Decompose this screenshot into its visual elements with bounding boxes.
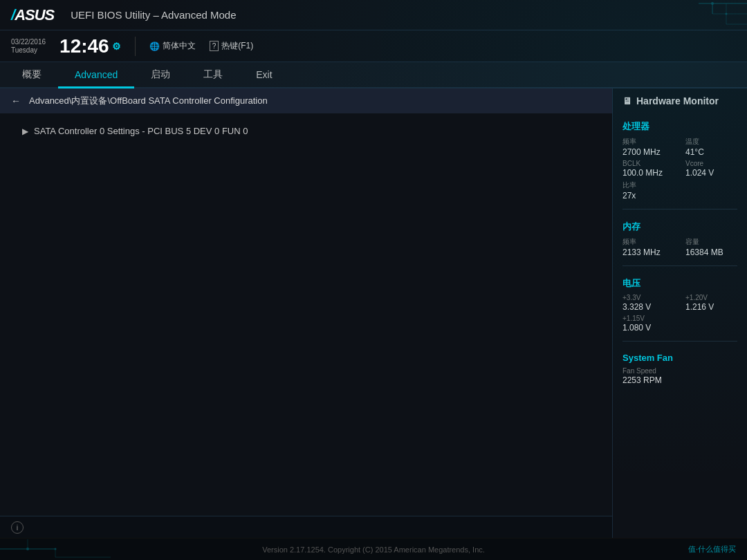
time-value: 12:46 (59, 35, 109, 57)
menu-item-label: SATA Controller 0 Settings - PCI BUS 5 D… (34, 126, 248, 136)
nav-bar: 概要 Advanced 启动 工具 Exit (0, 62, 747, 88)
fan-speed-block: Fan Speed 2253 RPM (622, 367, 737, 385)
watermark: 值·什么值得买 (688, 544, 736, 554)
nav-advanced[interactable]: Advanced (58, 62, 134, 88)
language-button[interactable]: 🌐 简体中文 (149, 40, 196, 52)
v33-value: 3.328 V (622, 302, 674, 312)
fan-speed-value: 2253 RPM (622, 375, 737, 385)
cpu-freq-block: 频率 2700 MHz (622, 137, 674, 157)
content-area: ← Advanced\内置设备\OffBoard SATA Controller… (0, 88, 612, 538)
globe-icon: 🌐 (149, 41, 160, 51)
language-label: 简体中文 (163, 40, 196, 52)
svg-point-3 (711, 2, 714, 5)
v120-value: 1.216 V (685, 302, 737, 312)
nav-boot[interactable]: 启动 (134, 62, 187, 88)
bottom-bar: i (0, 516, 612, 538)
vcore-label: Vcore (685, 160, 737, 167)
asus-logo: /ASUS (11, 6, 54, 24)
v115-block: +1.15V 1.080 V (622, 315, 737, 333)
volt-section-header: 电压 (622, 277, 737, 290)
divider-cpu-mem (622, 209, 737, 209)
version-bar: Version 2.17.1254. Copyright (C) 2015 Am… (0, 538, 747, 560)
fan-section-header: System Fan (622, 353, 737, 363)
sidebar-title: 🖥 Hardware Monitor (622, 95, 737, 106)
vcore-value: 1.024 V (685, 168, 737, 178)
cpu-temp-value: 41°C (685, 147, 737, 157)
v120-label: +1.20V (685, 294, 737, 301)
header-title: UEFI BIOS Utility – Advanced Mode (71, 9, 236, 21)
vcore-block: Vcore 1.024 V (685, 160, 737, 178)
breadcrumb: ← Advanced\内置设备\OffBoard SATA Controller… (0, 88, 612, 113)
cpu-ratio-block: 比率 27x (622, 180, 737, 200)
mem-cap-block: 容量 16384 MB (685, 237, 737, 257)
back-button[interactable]: ← (11, 95, 21, 106)
v120-block: +1.20V 1.216 V (685, 294, 737, 312)
hotkey-button[interactable]: ? 热键(F1) (210, 40, 254, 52)
submenu-arrow-icon: ▶ (22, 127, 28, 136)
right-sidebar: 🖥 Hardware Monitor 处理器 频率 2700 MHz 温度 41… (612, 88, 747, 538)
date-text: 03/22/2016 (11, 38, 46, 46)
bclk-label: BCLK (622, 160, 674, 167)
cpu-temp-block: 温度 41°C (685, 137, 737, 157)
mem-cap-value: 16384 MB (685, 248, 737, 257)
ratio-value: 27x (622, 191, 737, 200)
cpu-freq-label: 频率 (622, 137, 674, 147)
mem-freq-label: 频率 (622, 237, 674, 247)
time-display: 12:46 ⚙ (59, 35, 121, 57)
mem-section-header: 内存 (622, 221, 737, 233)
mem-freq-block: 频率 2133 MHz (622, 237, 674, 257)
svg-point-9 (26, 548, 29, 550)
v115-label: +1.15V (622, 315, 737, 322)
v33-block: +3.3V 3.328 V (622, 294, 674, 312)
mem-freq-value: 2133 MHz (622, 248, 674, 257)
datetime-bar: 03/22/2016 Tuesday 12:46 ⚙ 🌐 简体中文 ? 热键(F… (0, 30, 747, 62)
cpu-section-header: 处理器 (622, 120, 737, 133)
v115-value: 1.080 V (622, 323, 737, 333)
settings-icon[interactable]: ⚙ (112, 41, 121, 52)
v33-label: +3.3V (622, 294, 674, 301)
svg-point-12 (55, 548, 57, 550)
divider-1 (135, 37, 136, 56)
mem-stat-row: 频率 2133 MHz 容量 16384 MB (622, 237, 737, 257)
hotkey-box-icon: ? (210, 41, 219, 51)
fan-speed-label: Fan Speed (622, 367, 737, 375)
divider-mem-volt (622, 265, 737, 266)
nav-overview[interactable]: 概要 (6, 62, 58, 88)
main-layout: ← Advanced\内置设备\OffBoard SATA Controller… (0, 88, 747, 538)
breadcrumb-path: Advanced\内置设备\OffBoard SATA Controller C… (29, 95, 268, 107)
nav-tools[interactable]: 工具 (187, 62, 239, 88)
bclk-value: 100.0 MHz (622, 168, 674, 178)
bclk-block: BCLK 100.0 MHz (622, 160, 674, 178)
hotkey-label: 热键(F1) (221, 40, 253, 52)
volt-stat-row: +3.3V 3.328 V +1.20V 1.216 V (622, 294, 737, 312)
top-header: /ASUS UEFI BIOS Utility – Advanced Mode (0, 0, 747, 30)
monitor-icon: 🖥 (622, 95, 632, 106)
list-item[interactable]: ▶ SATA Controller 0 Settings - PCI BUS 5… (0, 119, 612, 143)
info-icon[interactable]: i (11, 521, 24, 534)
version-text: Version 2.17.1254. Copyright (C) 2015 Am… (262, 545, 485, 554)
divider-volt-fan (622, 341, 737, 342)
mem-cap-label: 容量 (685, 237, 737, 247)
cpu-freq-value: 2700 MHz (622, 147, 674, 157)
date-block: 03/22/2016 Tuesday (11, 38, 46, 55)
cpu-stat-row-1: 频率 2700 MHz 温度 41°C (622, 137, 737, 157)
menu-area: ▶ SATA Controller 0 Settings - PCI BUS 5… (0, 113, 612, 516)
cpu-stat-row-2: BCLK 100.0 MHz Vcore 1.024 V (622, 160, 737, 178)
ratio-label: 比率 (622, 180, 737, 190)
day-text: Tuesday (11, 46, 46, 55)
svg-point-6 (726, 13, 728, 15)
cpu-temp-label: 温度 (685, 137, 737, 147)
nav-exit[interactable]: Exit (239, 62, 288, 88)
